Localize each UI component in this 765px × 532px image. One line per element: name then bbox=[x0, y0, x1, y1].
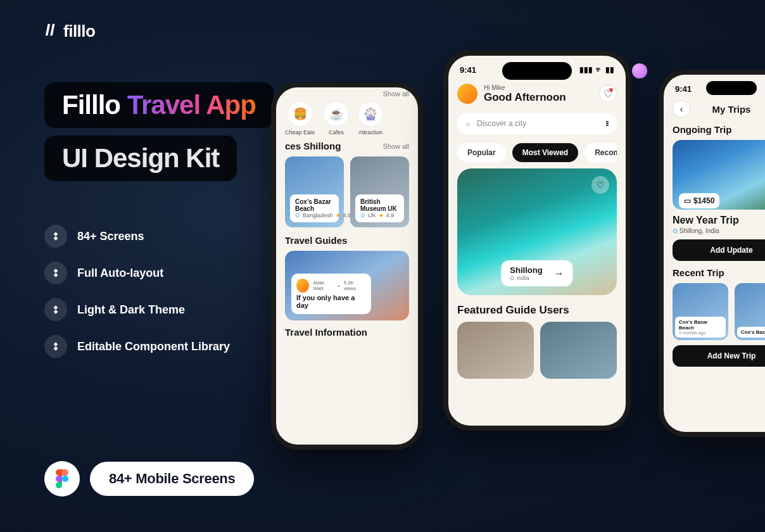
ticket-icon: ▭ bbox=[684, 196, 691, 205]
back-button[interactable]: ‹ bbox=[673, 100, 690, 118]
feature-text: 84+ Screens bbox=[77, 230, 144, 243]
search-placeholder: Discover a city bbox=[477, 119, 526, 128]
featured-guide-row bbox=[457, 322, 617, 379]
place-card[interactable]: British Museum UK ⊙UK ★4.9 bbox=[350, 156, 409, 227]
diamond-icon bbox=[44, 225, 67, 248]
greeting-large: Good Afternoon bbox=[484, 91, 566, 104]
logo-text: filllo bbox=[63, 22, 95, 41]
headline-word-1: Filllo bbox=[62, 90, 127, 120]
svg-point-0 bbox=[62, 476, 68, 482]
brand-logo: filllo bbox=[44, 22, 95, 41]
feature-list: 84+ Screens Full Auto-layout Light & Dar… bbox=[44, 225, 230, 358]
phone-mockup-left: Show all 🍔Cheap Eats ☕Cafes 🎡Attraction … bbox=[271, 82, 423, 450]
guide-overlay: Allan Watt • 5.3K views If you only have… bbox=[291, 274, 371, 314]
heart-icon: ♡ bbox=[597, 180, 605, 190]
phone-notch bbox=[502, 62, 572, 80]
avatar bbox=[296, 279, 309, 293]
tab-popular[interactable]: Popular bbox=[457, 143, 506, 162]
page-title: My Trips bbox=[712, 104, 751, 115]
decorative-orb bbox=[632, 63, 647, 79]
favorite-button[interactable]: ♡ bbox=[591, 176, 609, 194]
greeting-small: Hi Mike bbox=[484, 84, 566, 91]
filter-icon[interactable]: ⁝⁝ bbox=[605, 119, 608, 128]
figma-badge bbox=[44, 461, 80, 497]
destination-label: Shillong ⊙ India → bbox=[501, 260, 572, 286]
feature-item: Editable Component Library bbox=[44, 335, 230, 358]
category-label: Attraction bbox=[358, 129, 382, 136]
feature-item: Light & Dark Theme bbox=[44, 298, 230, 321]
phone-notch bbox=[706, 81, 757, 95]
featured-guide-card[interactable] bbox=[540, 322, 617, 379]
recent-trip-card[interactable]: Cox's Baz bbox=[735, 283, 765, 340]
chevron-left-icon: ‹ bbox=[680, 104, 683, 114]
add-update-button[interactable]: Add Update bbox=[673, 239, 765, 261]
guide-card[interactable]: Allan Watt • 5.3K views If you only have… bbox=[285, 251, 409, 320]
place-card-label: Cox's Bazar Beach ⊙Bangladesh ★4.9 bbox=[290, 194, 339, 222]
trip-location: Shillong, India bbox=[680, 227, 719, 234]
price-tag: ▭$1450 bbox=[679, 193, 719, 208]
greeting-header: Hi Mike Good Afternoon ♡ bbox=[457, 84, 617, 104]
diamond-icon bbox=[44, 262, 67, 284]
show-all-link[interactable]: Show all bbox=[382, 142, 409, 150]
category-row: 🍔Cheap Eats ☕Cafes 🎡Attraction bbox=[285, 101, 409, 136]
wifi-icon: ᯤ bbox=[595, 65, 603, 74]
logo-mark-icon bbox=[44, 23, 58, 41]
section-heading-featured: Featured Guide Users bbox=[457, 304, 617, 317]
headline-line-2: UI Design Kit bbox=[44, 136, 237, 181]
figma-icon bbox=[55, 469, 69, 488]
status-time: 9:41 bbox=[675, 84, 692, 94]
cta-row: 84+ Mobile Screens bbox=[44, 461, 254, 497]
pin-icon: ⊙ bbox=[673, 227, 678, 234]
search-input[interactable]: ⌕ Discover a city ⁝⁝ bbox=[457, 113, 617, 134]
feature-text: Full Auto-layout bbox=[77, 267, 163, 280]
category-item[interactable]: 🎡Attraction bbox=[358, 101, 383, 136]
headline-subtitle: UI Design Kit bbox=[62, 143, 219, 173]
status-time: 9:41 bbox=[460, 65, 476, 75]
section-heading-ongoing: Ongoing Trip bbox=[673, 124, 765, 135]
section-heading-info: Travel Information bbox=[285, 327, 409, 338]
signal-icon: ▮▮▮ bbox=[579, 65, 593, 74]
tab-most-viewed[interactable]: Most Viewed bbox=[512, 143, 578, 162]
category-label: Cheap Eats bbox=[285, 129, 315, 136]
feature-item: 84+ Screens bbox=[44, 225, 230, 248]
notification-button[interactable]: ♡ bbox=[599, 85, 617, 103]
feature-text: Editable Component Library bbox=[77, 340, 230, 353]
place-card-label: British Museum UK ⊙UK ★4.9 bbox=[355, 194, 404, 222]
section-heading-guides: Travel Guides bbox=[285, 235, 409, 246]
show-all-link[interactable]: Show all bbox=[382, 90, 409, 98]
feature-text: Light & Dark Theme bbox=[77, 303, 185, 317]
tabs-row: Popular Most Viewed Recomended bbox=[457, 143, 617, 162]
recent-trip-card[interactable]: Cox's Bazar Beach2 months ago bbox=[673, 283, 728, 340]
feature-item: Full Auto-layout bbox=[44, 262, 230, 284]
section-heading-recent: Recent Trip bbox=[673, 267, 765, 278]
headline-block: Filllo Travel App UI Design Kit bbox=[44, 82, 274, 189]
search-icon: ⌕ bbox=[466, 119, 471, 128]
destination-hero[interactable]: ♡ Shillong ⊙ India → bbox=[457, 168, 617, 295]
tab-recommended[interactable]: Recomended bbox=[585, 143, 617, 162]
battery-icon: ▮▮ bbox=[605, 65, 614, 74]
phone-mockup-right: 9:41 ‹ My Trips Ongoing Trip ▭$1450 New … bbox=[659, 70, 765, 437]
cta-pill: 84+ Mobile Screens bbox=[90, 462, 254, 496]
trip-name: New Year Trip bbox=[673, 215, 765, 226]
category-label: Cafes bbox=[329, 129, 344, 136]
diamond-icon bbox=[44, 298, 67, 321]
place-card[interactable]: Cox's Bazar Beach ⊙Bangladesh ★4.9 bbox=[285, 156, 344, 227]
bell-icon: ♡ bbox=[604, 88, 612, 100]
section-heading-places: ces Shillong bbox=[285, 141, 341, 151]
headline-line-1: Filllo Travel App bbox=[44, 82, 274, 128]
ongoing-trip-image[interactable]: ▭$1450 bbox=[673, 140, 765, 210]
avatar[interactable] bbox=[457, 84, 477, 104]
headline-word-2: Travel App bbox=[127, 90, 256, 120]
featured-guide-card[interactable] bbox=[457, 322, 534, 379]
category-item[interactable]: 🍔Cheap Eats bbox=[285, 101, 315, 136]
category-item[interactable]: ☕Cafes bbox=[324, 101, 349, 136]
arrow-right-icon[interactable]: → bbox=[554, 268, 564, 279]
add-new-trip-button[interactable]: Add New Trip bbox=[673, 345, 765, 367]
diamond-icon bbox=[44, 335, 67, 358]
phone-mockup-center: 9:41 ▮▮▮ᯤ▮▮ Hi Mike Good Afternoon ♡ ⌕ D… bbox=[443, 51, 631, 431]
